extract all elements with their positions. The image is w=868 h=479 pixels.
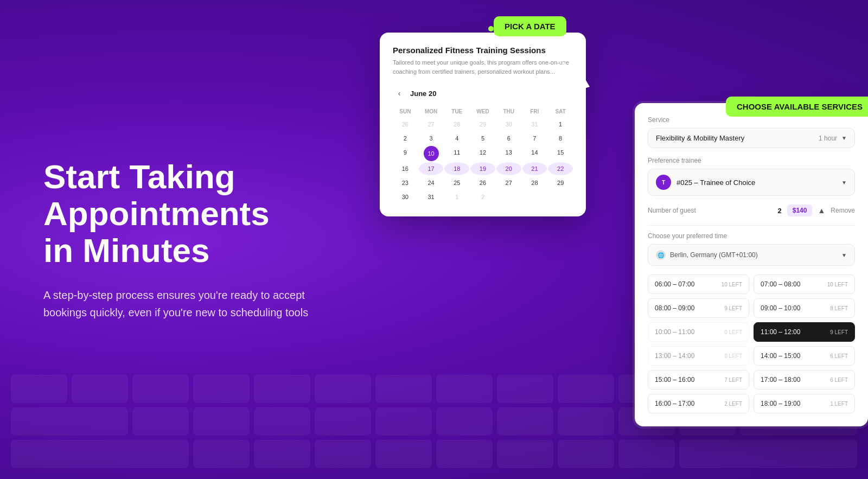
time-slot[interactable]: 06:00 – 07:00 10 LEFT [648, 274, 749, 294]
time-slots-grid: 06:00 – 07:00 10 LEFT 07:00 – 08:00 10 L… [648, 274, 855, 413]
calendar-month: June 20 [410, 90, 436, 98]
cal-day[interactable]: 21 [522, 162, 547, 175]
arrow-icon [529, 49, 594, 92]
service-duration: 1 hour ▼ [819, 135, 847, 142]
page-subtitle: A step-by-step process ensures you're re… [43, 286, 347, 321]
guest-price: $140 [787, 205, 813, 216]
cal-day[interactable]: 1 [548, 118, 573, 131]
cal-day[interactable]: 19 [470, 162, 495, 175]
cal-header-sat: SAT [548, 106, 573, 117]
calendar-grid: SUN MON TUE WED THU FRI SAT 26 27 28 29 … [393, 106, 573, 203]
service-value: Flexibility & Mobility Mastery [656, 134, 744, 142]
cal-day[interactable]: 1 [444, 190, 469, 203]
cal-day[interactable]: 16 [393, 162, 418, 175]
timezone-selector[interactable]: 🌐 Berlin, Germany (GMT+01:00) ▼ [648, 244, 855, 266]
cal-day[interactable]: 7 [522, 132, 547, 145]
time-slot[interactable]: 07:00 – 08:00 10 LEFT [754, 274, 855, 294]
cal-day[interactable]: 6 [496, 132, 521, 145]
cal-day[interactable]: 17 [419, 162, 444, 175]
trainee-name: #025 – Trainee of Choice [676, 178, 836, 187]
cal-day[interactable]: 26 [393, 118, 418, 131]
cal-day[interactable]: 18 [444, 162, 469, 175]
cal-day[interactable]: 8 [548, 132, 573, 145]
svg-marker-0 [580, 80, 590, 90]
cal-day[interactable]: 29 [548, 176, 573, 189]
cal-day-today[interactable]: 10 [424, 146, 439, 161]
cal-header-tue: TUE [444, 106, 469, 117]
time-slot-disabled: 13:00 – 14:00 0 LEFT [648, 346, 749, 366]
trainee-avatar: T [656, 175, 671, 190]
cal-day[interactable]: 13 [496, 146, 521, 161]
cal-day[interactable]: 9 [393, 146, 418, 161]
cal-day[interactable]: 12 [470, 146, 495, 161]
cal-day[interactable]: 5 [470, 132, 495, 145]
cal-day[interactable]: 20 [496, 162, 521, 175]
choose-services-annotation: CHOOSE AVAILABLE SERVICES [726, 97, 868, 117]
trainee-selector[interactable]: T #025 – Trainee of Choice ▼ [648, 169, 855, 196]
service-selector[interactable]: Flexibility & Mobility Mastery 1 hour ▼ [648, 128, 855, 148]
time-label: Choose your preferred time [648, 232, 855, 240]
cal-day[interactable]: 30 [393, 190, 418, 203]
pick-date-annotation: PICK A DATE [494, 16, 566, 36]
cal-day[interactable]: 4 [444, 132, 469, 145]
cal-day[interactable]: 31 [419, 190, 444, 203]
cal-day[interactable]: 28 [444, 118, 469, 131]
cal-day[interactable]: 27 [419, 118, 444, 131]
time-slot-disabled: 10:00 – 11:00 0 LEFT [648, 322, 749, 342]
chevron-down-icon: ▼ [841, 180, 847, 186]
cal-day[interactable]: 14 [522, 146, 547, 161]
cal-day[interactable]: 25 [444, 176, 469, 189]
cal-day[interactable]: 31 [522, 118, 547, 131]
chevron-down-icon: ▼ [841, 135, 847, 141]
cal-day[interactable]: 29 [470, 118, 495, 131]
cal-header-wed: WED [470, 106, 495, 117]
calendar-prev-button[interactable]: ‹ [393, 87, 406, 100]
cal-day[interactable]: 11 [444, 146, 469, 161]
booking-card: Service Flexibility & Mobility Mastery 1… [635, 103, 868, 426]
guest-up-button[interactable]: ▲ [818, 206, 825, 215]
service-label: Service [648, 116, 855, 124]
guest-count: 2 [778, 207, 782, 215]
trainee-label: Preference trainee [648, 157, 855, 164]
chevron-down-icon: ▼ [841, 252, 847, 258]
time-slot[interactable]: 15:00 – 16:00 7 LEFT [648, 370, 749, 389]
cal-day[interactable]: 24 [419, 176, 444, 189]
cal-header-fri: FRI [522, 106, 547, 117]
cal-day[interactable]: 2 [470, 190, 495, 203]
timezone-text: Berlin, Germany (GMT+01:00) [670, 251, 758, 259]
cal-day[interactable]: 26 [470, 176, 495, 189]
time-slot[interactable]: 17:00 – 18:00 6 LEFT [754, 370, 855, 389]
cal-day[interactable]: 30 [496, 118, 521, 131]
divider [648, 225, 855, 226]
page-title: Start Taking Appointments in Minutes [43, 158, 396, 269]
time-slot[interactable]: 16:00 – 17:00 2 LEFT [648, 394, 749, 413]
time-slot[interactable]: 08:00 – 09:00 9 LEFT [648, 298, 749, 318]
left-panel: Start Taking Appointments in Minutes A s… [43, 158, 396, 321]
cal-day[interactable]: 27 [496, 176, 521, 189]
cal-header-thu: THU [496, 106, 521, 117]
pick-date-dot [488, 26, 494, 31]
time-slot[interactable]: 18:00 – 19:00 1 LEFT [754, 394, 855, 413]
cal-day[interactable]: 23 [393, 176, 418, 189]
cal-header-sun: SUN [393, 106, 418, 117]
cal-day[interactable]: 15 [548, 146, 573, 161]
cal-day[interactable]: 2 [393, 132, 418, 145]
ui-mockup: PICK A DATE Personalized Fitness Trainin… [380, 16, 868, 467]
globe-icon: 🌐 [656, 250, 666, 260]
guest-row: Number of guest 2 $140 ▲ Remove [648, 205, 855, 216]
guest-label: Number of guest [648, 207, 773, 214]
time-slot[interactable]: 14:00 – 15:00 6 LEFT [754, 346, 855, 366]
cal-day[interactable]: 22 [548, 162, 573, 175]
cal-day[interactable]: 3 [419, 132, 444, 145]
time-slot[interactable]: 09:00 – 10:00 8 LEFT [754, 298, 855, 318]
remove-button[interactable]: Remove [831, 207, 855, 214]
time-slot-active[interactable]: 11:00 – 12:00 9 LEFT [754, 322, 855, 342]
cal-day[interactable]: 28 [522, 176, 547, 189]
cal-header-mon: MON [419, 106, 444, 117]
